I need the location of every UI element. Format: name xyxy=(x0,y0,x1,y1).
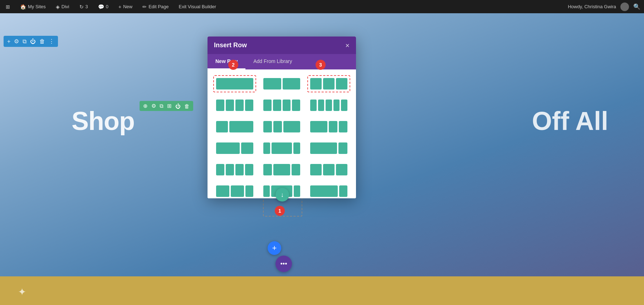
layout-3col-left-wide[interactable] xyxy=(213,161,256,178)
row-move-icon[interactable]: ⊕ xyxy=(143,103,148,109)
comments-icon: 💬 xyxy=(98,4,104,10)
modal-body xyxy=(208,69,356,198)
home-icon: 🏠 xyxy=(20,4,26,10)
my-sites-label: My Sites xyxy=(28,4,46,9)
section-clone-icon[interactable]: ⧉ xyxy=(23,38,26,45)
wordpress-logo[interactable]: ⊞ xyxy=(4,0,12,13)
howdy-label: Howdy, Christina Gwira xyxy=(568,4,616,9)
badge-3: 3 xyxy=(316,60,326,70)
layout-4col[interactable] xyxy=(213,97,256,114)
updates-count: 3 xyxy=(86,4,88,9)
gold-footer-area xyxy=(0,276,644,305)
search-icon[interactable]: 🔍 xyxy=(633,3,640,10)
wordpress-icon: ⊞ xyxy=(6,4,10,10)
row-clone-icon[interactable]: ⧉ xyxy=(160,103,164,109)
modal-header: Insert Row × xyxy=(208,37,356,54)
comments-count: 0 xyxy=(106,4,108,9)
admin-bar-right: Howdy, Christina Gwira 🔍 xyxy=(568,3,640,11)
layout-large-small[interactable] xyxy=(260,118,303,135)
admin-bar: ⊞ 🏠 My Sites ◈ Divi ↻ 3 💬 0 + New ✏ Edit… xyxy=(0,0,644,13)
row-layouts-grid xyxy=(213,75,350,198)
layout-small-large-mid[interactable] xyxy=(260,140,303,157)
avatar[interactable] xyxy=(620,3,629,11)
tab-add-from-library[interactable]: Add From Library xyxy=(245,54,300,69)
add-icon: + xyxy=(118,4,121,10)
row-columns-icon[interactable]: ⊞ xyxy=(167,103,172,109)
my-sites-menu[interactable]: 🏠 My Sites xyxy=(18,0,48,13)
divi-menu[interactable]: ◈ Divi xyxy=(54,0,72,13)
row-delete-icon[interactable]: 🗑 xyxy=(184,103,190,109)
modal-close-button[interactable]: × xyxy=(345,42,350,49)
layout-wide-small-right[interactable] xyxy=(307,140,350,157)
divi-label: Divi xyxy=(62,4,69,9)
edit-page-link[interactable]: ✏ Edit Page xyxy=(140,0,171,13)
layout-3col-right-wide[interactable] xyxy=(307,161,350,178)
layout-large-small-v2[interactable] xyxy=(213,140,256,157)
layout-small-large[interactable] xyxy=(213,118,256,135)
exit-vb-link[interactable]: Exit Visual Builder xyxy=(177,0,219,13)
divi-icon: ◈ xyxy=(56,4,60,10)
row-toolbar: ⊕ ⚙ ⧉ ⊞ ⏻ 🗑 xyxy=(140,101,193,111)
section-settings-icon[interactable]: ⚙ xyxy=(14,38,19,45)
new-label: New xyxy=(123,4,132,9)
more-options-button[interactable]: ••• xyxy=(275,256,292,272)
row-settings-icon[interactable]: ⚙ xyxy=(151,103,156,109)
layout-5col[interactable] xyxy=(260,97,303,114)
layout-v6c[interactable] xyxy=(307,183,350,198)
add-row-button[interactable]: + xyxy=(268,241,281,255)
exit-vb-label: Exit Visual Builder xyxy=(179,4,216,9)
tab-new-row[interactable]: New Row xyxy=(208,54,245,69)
updates-icon: ↻ xyxy=(79,4,84,10)
layout-v6a[interactable] xyxy=(213,183,256,198)
section-add-icon[interactable]: + xyxy=(7,38,10,45)
edit-icon: ✏ xyxy=(142,4,147,10)
divi-logo-bottom: ✦ xyxy=(18,286,26,298)
modal-title: Insert Row xyxy=(214,42,247,49)
page-background: Shop Off All + ⚙ ⧉ ⏻ 🗑 ⋮ ⊕ ⚙ ⧉ ⊞ ⏻ 🗑 ↓ 1… xyxy=(0,13,644,305)
layout-3col-equal[interactable] xyxy=(307,75,350,92)
new-menu[interactable]: + New xyxy=(116,0,135,13)
row-disable-icon[interactable]: ⏻ xyxy=(175,103,181,109)
layout-3col-mid-wide[interactable] xyxy=(260,161,303,178)
updates-menu[interactable]: ↻ 3 xyxy=(77,0,90,13)
section-disable-icon[interactable]: ⏻ xyxy=(30,38,36,45)
badge-2: 2 xyxy=(228,60,238,70)
layout-1col[interactable] xyxy=(213,75,256,92)
layout-6col[interactable] xyxy=(307,97,350,114)
section-more-icon[interactable]: ⋮ xyxy=(49,38,54,45)
layout-2col-equal[interactable] xyxy=(260,75,303,92)
edit-page-label: Edit Page xyxy=(148,4,169,9)
hero-text-right: Off All xyxy=(532,106,608,136)
section-toolbar: + ⚙ ⧉ ⏻ 🗑 ⋮ xyxy=(4,36,58,47)
layout-2-large-small[interactable] xyxy=(307,118,350,135)
hero-text-left: Shop xyxy=(72,106,135,136)
arrow-down-button[interactable]: ↓ xyxy=(275,188,289,202)
badge-1: 1 xyxy=(275,206,285,216)
comments-menu[interactable]: 💬 0 xyxy=(96,0,111,13)
section-delete-icon[interactable]: 🗑 xyxy=(39,38,45,45)
